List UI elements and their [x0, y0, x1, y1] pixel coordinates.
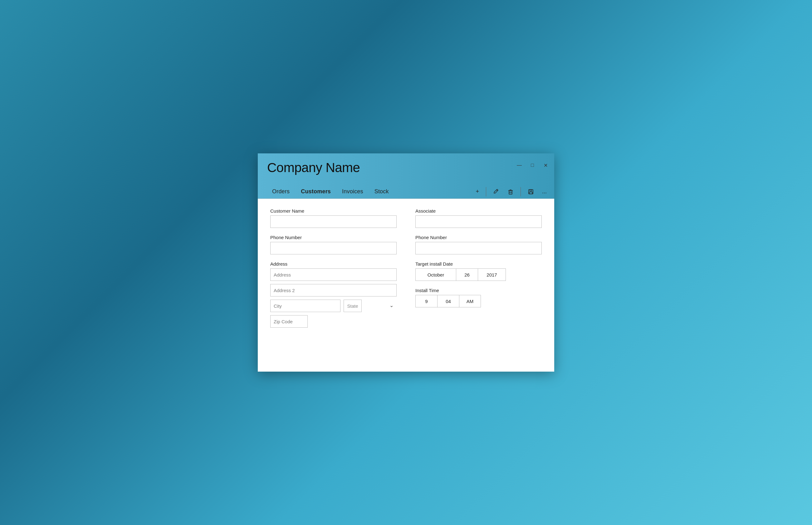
svg-rect-4	[530, 190, 532, 191]
city-state-row: State AL AK AZ CA CO FL GA NY TX	[270, 300, 397, 312]
tab-orders[interactable]: Orders	[267, 185, 294, 198]
tab-stock[interactable]: Stock	[369, 185, 394, 198]
delete-button[interactable]	[505, 187, 516, 197]
install-time-label: Install Time	[415, 288, 542, 293]
associate-phone-group: Phone Number	[415, 235, 542, 254]
form-content: Customer Name Phone Number Address	[258, 199, 554, 372]
svg-rect-5	[529, 192, 532, 194]
date-month-input[interactable]	[415, 268, 456, 281]
tab-customers[interactable]: Customers	[296, 185, 336, 198]
customer-name-group: Customer Name	[270, 208, 397, 228]
app-title: Company Name	[267, 160, 360, 175]
nav-actions: +	[473, 184, 549, 199]
maximize-button[interactable]: □	[528, 162, 536, 169]
save-button[interactable]	[525, 187, 536, 197]
customer-phone-group: Phone Number	[270, 235, 397, 254]
more-button[interactable]: ...	[539, 186, 549, 197]
associate-label: Associate	[415, 208, 542, 213]
state-select[interactable]: State AL AK AZ CA CO FL GA NY TX	[344, 300, 362, 312]
customer-name-input[interactable]	[270, 215, 397, 228]
target-date-group: Target install Date	[415, 261, 542, 281]
date-year-input[interactable]	[478, 268, 506, 281]
app-window: Company Name — □ ✕ Orders Customers Invo…	[258, 153, 554, 372]
date-row	[415, 268, 542, 281]
add-button[interactable]: +	[473, 186, 481, 197]
associate-phone-input[interactable]	[415, 242, 542, 254]
address-group: Address State AL AK AZ	[270, 261, 397, 328]
title-bar: Company Name — □ ✕	[258, 153, 554, 184]
save-icon	[528, 189, 534, 195]
customer-phone-input[interactable]	[270, 242, 397, 254]
associate-phone-label: Phone Number	[415, 235, 542, 240]
associate-group: Associate	[415, 208, 542, 228]
left-column: Customer Name Phone Number Address	[270, 208, 397, 334]
separator-2	[521, 187, 521, 196]
edit-icon	[493, 189, 499, 195]
zip-input[interactable]	[270, 315, 308, 328]
nav-tabs: Orders Customers Invoices Stock	[267, 185, 473, 198]
trash-icon	[507, 189, 514, 195]
tab-invoices[interactable]: Invoices	[337, 185, 368, 198]
nav-bar: Orders Customers Invoices Stock +	[258, 184, 554, 199]
customer-phone-label: Phone Number	[270, 235, 397, 240]
address-label: Address	[270, 261, 397, 267]
window-controls: — □ ✕	[516, 160, 549, 169]
close-button[interactable]: ✕	[542, 162, 549, 169]
minimize-button[interactable]: —	[516, 162, 523, 169]
svg-rect-0	[509, 191, 512, 194]
time-ampm-input[interactable]	[459, 295, 481, 308]
separator-1	[486, 187, 486, 196]
time-row	[415, 295, 542, 308]
right-column: Associate Phone Number Target install Da…	[415, 208, 542, 334]
time-min-input[interactable]	[437, 295, 459, 308]
install-time-group: Install Time	[415, 288, 542, 308]
time-hour-input[interactable]	[415, 295, 437, 308]
date-day-input[interactable]	[456, 268, 478, 281]
address-fields	[270, 268, 397, 297]
customer-name-label: Customer Name	[270, 208, 397, 213]
target-date-label: Target install Date	[415, 261, 542, 267]
address-input[interactable]	[270, 268, 397, 281]
associate-input[interactable]	[415, 215, 542, 228]
form-grid: Customer Name Phone Number Address	[270, 208, 542, 334]
state-wrapper: State AL AK AZ CA CO FL GA NY TX	[344, 300, 397, 312]
address2-input[interactable]	[270, 284, 397, 297]
edit-button[interactable]	[491, 187, 502, 197]
city-input[interactable]	[270, 300, 340, 312]
